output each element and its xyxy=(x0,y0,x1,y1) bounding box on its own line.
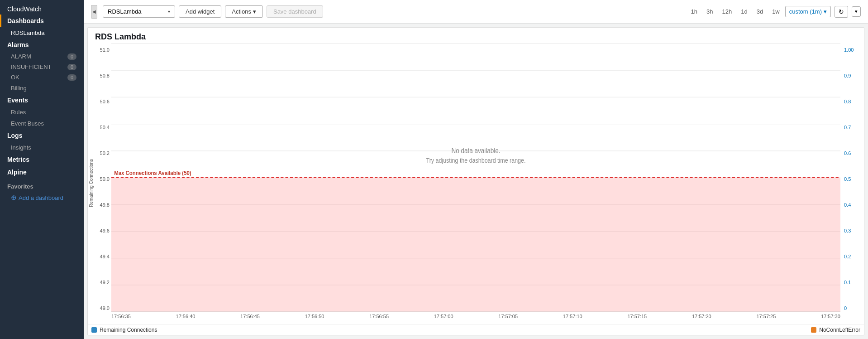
y-left-label: 49.6 xyxy=(99,228,110,233)
x-axis-label: 17:57:10 xyxy=(563,314,582,319)
dashboard-selector[interactable]: RDSLambda ▾ xyxy=(103,5,175,18)
sidebar-alarms[interactable]: Alarms xyxy=(0,39,84,51)
sidebar-ok-badge: 0 xyxy=(67,74,76,81)
x-axis-label: 17:57:30 xyxy=(821,314,840,319)
toolbar: ◀ RDSLambda ▾ Add widget Actions ▾ Save … xyxy=(84,0,868,24)
sidebar-logs[interactable]: Logs xyxy=(0,129,84,142)
y-right-label: 0.7 xyxy=(844,125,862,130)
x-axis-label: 17:57:15 xyxy=(627,314,647,319)
sidebar: CloudWatch Dashboards RDSLambda Alarms A… xyxy=(0,0,84,339)
y-axis-left-title: Remaining Connections xyxy=(89,159,94,207)
legend-left: Remaining Connections xyxy=(91,327,157,333)
svg-rect-11 xyxy=(111,178,840,312)
y-right-label: 0 xyxy=(844,305,862,311)
time-custom-label: custom (1m) xyxy=(789,8,822,15)
x-axis-label: 17:56:50 xyxy=(305,314,324,319)
svg-text:Try adjusting the dashboard ti: Try adjusting the dashboard time range. xyxy=(426,157,526,165)
y-axis-left: Remaining Connections 51.050.850.650.450… xyxy=(88,44,111,324)
time-12h-button[interactable]: 12h xyxy=(719,6,736,17)
sidebar-dashboards[interactable]: Dashboards xyxy=(0,15,84,27)
legend-right-label: NoConnLeftError xyxy=(819,327,860,333)
y-left-label: 51.0 xyxy=(99,47,110,53)
main-content: ◀ RDSLambda ▾ Add widget Actions ▾ Save … xyxy=(84,0,868,339)
time-3d-button[interactable]: 3d xyxy=(753,6,767,17)
legend-left-label: Remaining Connections xyxy=(100,327,157,333)
sidebar-events[interactable]: Events xyxy=(0,94,84,107)
y-left-label: 49.0 xyxy=(99,305,110,311)
y-right-label: 0.4 xyxy=(844,202,862,208)
save-dashboard-button[interactable]: Save dashboard xyxy=(267,5,323,18)
y-right-label: 0.2 xyxy=(844,254,862,259)
sidebar-rules[interactable]: Rules xyxy=(0,107,84,118)
y-left-label: 50.6 xyxy=(99,99,110,104)
y-right-label: 0.1 xyxy=(844,280,862,285)
legend-left-dot xyxy=(91,327,97,333)
y-right-label: 1.00 xyxy=(844,47,862,53)
y-right-label: 0.3 xyxy=(844,228,862,233)
time-1w-button[interactable]: 1w xyxy=(768,6,783,17)
y-right-label: 0.8 xyxy=(844,99,862,104)
x-axis-labels: 17:56:3517:56:4017:56:4517:56:5017:56:55… xyxy=(111,312,840,324)
time-3h-button[interactable]: 3h xyxy=(703,6,716,17)
add-dashboard-label: Add a dashboard xyxy=(19,194,63,201)
time-1d-button[interactable]: 1d xyxy=(737,6,751,17)
chart-title-bar: RDS Lambda xyxy=(88,28,864,42)
y-left-labels: 51.050.850.650.450.250.049.849.649.449.2… xyxy=(99,47,110,311)
svg-text:Max Connections Available (50): Max Connections Available (50) xyxy=(114,170,191,176)
actions-button[interactable]: Actions ▾ xyxy=(225,5,263,18)
actions-label: Actions xyxy=(232,8,251,15)
y-left-label: 50.0 xyxy=(99,176,110,182)
sidebar-alpine[interactable]: Alpine xyxy=(0,166,84,179)
sidebar-insights[interactable]: Insights xyxy=(0,142,84,153)
y-left-label: 50.8 xyxy=(99,73,110,78)
refresh-button[interactable]: ↻ xyxy=(835,6,848,18)
chevron-down-icon: ▾ xyxy=(168,9,170,14)
svg-text:No data available.: No data available. xyxy=(451,147,500,155)
x-axis-label: 17:56:45 xyxy=(240,314,260,319)
x-axis-label: 17:57:05 xyxy=(498,314,518,319)
x-axis-label: 17:56:40 xyxy=(176,314,196,319)
sidebar-alarm-row[interactable]: ALARM 0 xyxy=(0,51,84,62)
sidebar-toggle[interactable]: ◀ xyxy=(91,5,97,19)
x-axis-label: 17:56:55 xyxy=(369,314,389,319)
sidebar-billing[interactable]: Billing xyxy=(0,82,84,94)
x-axis-label: 17:56:35 xyxy=(111,314,131,319)
sidebar-favorites-title: Favorites xyxy=(0,179,84,192)
sidebar-metrics[interactable]: Metrics xyxy=(0,153,84,166)
y-left-label: 50.2 xyxy=(99,150,110,156)
more-options-button[interactable]: ▾ xyxy=(852,6,861,17)
x-axis-label: 17:57:00 xyxy=(434,314,453,319)
y-left-label: 49.8 xyxy=(99,202,110,208)
time-controls: 1h 3h 12h 1d 3d 1w custom (1m) ▾ xyxy=(687,6,831,17)
sidebar-item-rdslambda[interactable]: RDSLambda xyxy=(0,27,84,39)
y-right-labels: 1.000.90.80.70.60.50.40.30.20.10 xyxy=(844,47,862,311)
actions-chevron-icon: ▾ xyxy=(253,8,256,15)
sidebar-alarm-label: ALARM xyxy=(11,53,67,60)
sidebar-ok-row[interactable]: OK 0 xyxy=(0,72,84,82)
y-right-label: 0.6 xyxy=(844,150,862,156)
add-dashboard-button[interactable]: ⊕ Add a dashboard xyxy=(0,192,84,203)
legend-right: NoConnLeftError xyxy=(811,327,860,333)
sidebar-logo[interactable]: CloudWatch xyxy=(0,0,84,15)
y-left-label: 49.2 xyxy=(99,280,110,285)
chart-widget: RDS Lambda Remaining Connections 51.050.… xyxy=(87,27,864,335)
add-widget-button[interactable]: Add widget xyxy=(179,5,221,18)
chart-legend: Remaining Connections NoConnLeftError xyxy=(88,324,864,335)
sidebar-insufficient-row[interactable]: INSUFFICIENT 0 xyxy=(0,62,84,72)
legend-right-dot xyxy=(811,327,816,333)
sidebar-alarm-badge: 0 xyxy=(67,53,76,60)
plus-icon: ⊕ xyxy=(11,194,17,202)
y-right-label: 0.5 xyxy=(844,176,862,182)
x-axis-label: 17:57:20 xyxy=(692,314,711,319)
time-custom-button[interactable]: custom (1m) ▾ xyxy=(785,6,831,17)
y-left-label: 50.4 xyxy=(99,125,110,130)
sidebar-event-buses[interactable]: Event Buses xyxy=(0,118,84,129)
dashboard-name: RDSLambda xyxy=(108,8,141,15)
sidebar-insufficient-badge: 0 xyxy=(67,64,76,70)
chart-middle: Max Connections Available (50) No data a… xyxy=(111,44,840,324)
time-1h-button[interactable]: 1h xyxy=(687,6,701,17)
y-axis-right: No Connections Error 1.000.90.80.70.60.5… xyxy=(840,44,864,324)
sidebar-ok-label: OK xyxy=(11,74,67,81)
y-right-label: 0.9 xyxy=(844,73,862,78)
chart-svg: Max Connections Available (50) No data a… xyxy=(111,44,840,312)
